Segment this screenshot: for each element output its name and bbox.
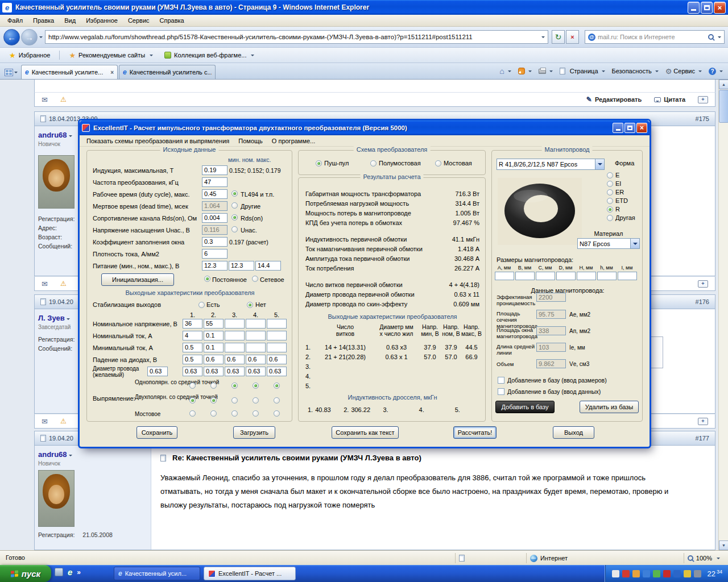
menu-about[interactable]: О программе... (267, 136, 320, 146)
rect-unipolar-radio-2[interactable] (210, 383, 217, 389)
dim-d-field[interactable] (556, 272, 576, 280)
username-link[interactable]: Л. Зуев (38, 314, 65, 322)
multiquote-button[interactable]: + (698, 280, 708, 288)
tray-icon-5[interactable] (653, 570, 660, 577)
username-link[interactable]: andru68 (38, 450, 67, 459)
wire-diameter-field-5[interactable]: 0.63 (267, 367, 287, 376)
wire-diameter-field-4[interactable]: 0.63 (246, 367, 266, 376)
menu-edit[interactable]: Правка (28, 16, 59, 25)
rect-bipolar-radio-1[interactable] (189, 397, 196, 404)
menu-help[interactable]: Справка (155, 16, 189, 25)
rect-bridge-radio-4[interactable] (253, 410, 259, 417)
page-menu-button[interactable]: Страница (557, 66, 608, 76)
user-avatar[interactable] (38, 155, 75, 209)
radio-stab-yes[interactable] (198, 302, 205, 308)
radio-push-pull[interactable] (316, 160, 322, 167)
radio-supply-dc[interactable] (204, 276, 210, 282)
voltage-field-5[interactable] (267, 319, 287, 329)
scrollbar-thumb[interactable] (719, 90, 728, 123)
rect-unipolar-radio-5[interactable] (274, 383, 280, 389)
combo-arrow-icon[interactable] (630, 239, 639, 248)
window-fill-field[interactable]: 0.3 (202, 237, 228, 247)
supply-min-field[interactable]: 12.3 (202, 261, 228, 271)
min-current-field-2[interactable]: 0.1 (204, 343, 224, 352)
tray-icon-1[interactable] (612, 570, 619, 577)
status-zoom-pane[interactable]: 100% (684, 553, 723, 563)
voltage-field-3[interactable] (225, 319, 245, 329)
report-post-icon[interactable]: ⚠ (60, 96, 67, 103)
current-density-field[interactable]: 6 (202, 249, 228, 259)
add-to-base-button[interactable]: Добавить в базу (495, 401, 555, 413)
radio-stab-no[interactable] (247, 302, 253, 308)
user-menu-icon[interactable] (69, 135, 72, 139)
menu-favorites[interactable]: Избранное (81, 16, 123, 25)
min-current-field-3[interactable] (225, 343, 245, 352)
quote-button[interactable]: Цитата (654, 96, 685, 103)
page-scrollbar[interactable]: ▲ ▼ (718, 80, 728, 550)
safety-menu-button[interactable]: Безопасность (609, 66, 661, 76)
quick-tabs-button[interactable] (5, 69, 13, 76)
radio-shape-r[interactable] (607, 206, 613, 213)
voltage-field-2[interactable]: 55 (204, 319, 224, 329)
print-button[interactable] (536, 67, 556, 76)
post-176-number[interactable]: #176 (696, 298, 709, 305)
dim-a-field[interactable] (495, 272, 514, 280)
tab-2[interactable]: e Качественный усилитель с... (119, 65, 216, 79)
close-button[interactable]: × (714, 2, 726, 14)
radio-shape-other[interactable] (607, 215, 613, 221)
scroll-down-icon[interactable]: ▼ (719, 541, 728, 550)
wire-diameter-field-3[interactable]: 0.63 (225, 367, 245, 376)
search-icon[interactable] (708, 34, 714, 40)
stop-button[interactable]: × (566, 30, 579, 44)
recent-pages-dropdown-icon[interactable] (39, 36, 43, 40)
voltage-field-1[interactable]: 36 (183, 319, 202, 329)
rect-bipolar-radio-4[interactable] (253, 397, 259, 404)
favorites-item-suggested-sites[interactable]: ★ Рекомендуемые сайты (64, 50, 158, 61)
frequency-field[interactable]: 47 (202, 177, 228, 187)
radio-other-drivers[interactable] (231, 202, 238, 209)
email-icon[interactable]: ✉ (42, 96, 48, 103)
init-button[interactable]: Инициализация... (101, 273, 174, 286)
tray-icon-6[interactable] (663, 570, 671, 577)
quicklaunch-expand-icon[interactable]: » (77, 568, 81, 576)
menu-show-schemes[interactable]: Показать схемы преобразования и выпрямле… (82, 136, 234, 146)
rect-unipolar-radio-3[interactable] (231, 383, 238, 389)
diode-drop-field-5[interactable]: 0.6 (267, 355, 287, 364)
diode-drop-field-3[interactable]: 0.6 (225, 355, 245, 364)
tab-1[interactable]: e Качественный усилите... × (21, 65, 118, 79)
edit-post-button[interactable]: ✎Редактировать (586, 95, 642, 103)
radio-shape-etd[interactable] (607, 198, 613, 204)
current-field-5[interactable] (267, 331, 287, 340)
delete-from-base-button[interactable]: Удалить из базы (580, 401, 639, 413)
tray-icon-2[interactable] (622, 570, 630, 577)
menu-dialog-help[interactable]: Помощь (234, 136, 267, 146)
back-button[interactable]: ← (3, 29, 20, 45)
address-bar[interactable]: http://www.vegalab.ru/forum/showthread.p… (45, 30, 548, 44)
start-button[interactable]: пуск (0, 565, 51, 582)
dim-h2-field[interactable] (597, 272, 617, 280)
favorites-item-webslices[interactable]: Коллекция веб-фрагме... (160, 50, 259, 60)
material-select[interactable]: N87 Epcos (577, 238, 640, 249)
radio-bridge[interactable] (435, 160, 441, 167)
duty-cycle-field[interactable]: 0.45 (202, 189, 228, 199)
email-icon[interactable]: ✉ (42, 418, 48, 425)
radio-shape-e[interactable] (607, 172, 613, 178)
tray-icon-9[interactable] (694, 570, 701, 577)
menu-tools[interactable]: Сервис (123, 16, 155, 25)
min-current-field-5[interactable] (267, 343, 287, 352)
multiquote-button[interactable]: + (698, 96, 708, 103)
diode-drop-field-2[interactable]: 0.6 (204, 355, 224, 364)
tab-list-dropdown-icon[interactable] (14, 72, 18, 75)
combo-arrow-icon[interactable] (595, 159, 604, 169)
dim-b-field[interactable] (515, 272, 535, 280)
multiquote-button[interactable]: + (698, 418, 708, 425)
exit-button[interactable]: Выход (553, 426, 594, 439)
taskbar-task-excellentit[interactable]: ExcellentIT - Расчет ... (204, 567, 296, 580)
zoom-dropdown-icon[interactable] (717, 558, 720, 561)
rect-bipolar-radio-2[interactable] (210, 397, 217, 404)
radio-shape-ei[interactable] (607, 181, 613, 187)
email-icon[interactable]: ✉ (42, 280, 48, 288)
tray-icon-8[interactable] (684, 570, 691, 577)
add-by-data-checkbox[interactable] (498, 388, 504, 395)
current-field-2[interactable]: 0.1 (204, 331, 224, 340)
